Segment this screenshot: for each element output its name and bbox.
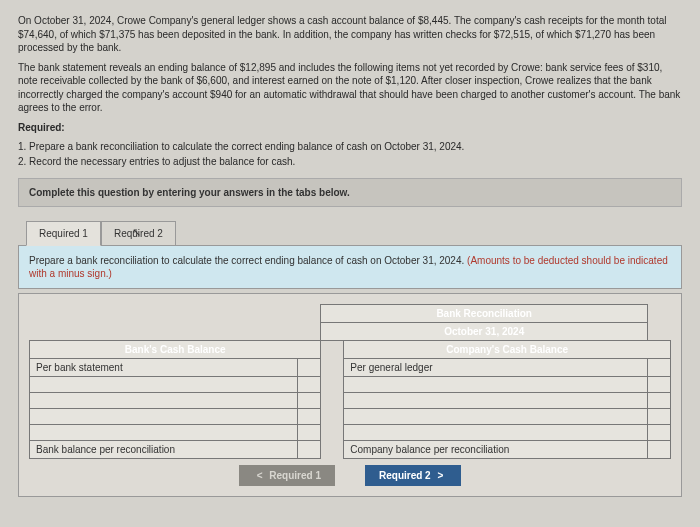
bank-adj-label-3[interactable] bbox=[30, 409, 298, 425]
problem-paragraph-1: On October 31, 2024, Crowe Company's gen… bbox=[18, 14, 682, 55]
spacer bbox=[321, 409, 344, 425]
spacer bbox=[321, 425, 344, 441]
problem-statement: On October 31, 2024, Crowe Company's gen… bbox=[18, 14, 682, 168]
required-item-1: 1. Prepare a bank reconciliation to calc… bbox=[18, 140, 682, 154]
company-adj-value-1[interactable] bbox=[648, 377, 671, 393]
company-adj-label-3[interactable] bbox=[344, 409, 648, 425]
reconciliation-table: Bank Reconciliation October 31, 2024 Ban… bbox=[29, 304, 671, 459]
tab-required-1[interactable]: Required 1 bbox=[26, 221, 101, 246]
required-list: 1. Prepare a bank reconciliation to calc… bbox=[18, 140, 682, 168]
bank-balance-label: Bank balance per reconciliation bbox=[30, 441, 298, 459]
company-adj-label-4[interactable] bbox=[344, 425, 648, 441]
per-bank-label: Per bank statement bbox=[30, 359, 298, 377]
tab-required-2[interactable]: Required 2 ↖ bbox=[101, 221, 176, 246]
company-adj-value-3[interactable] bbox=[648, 409, 671, 425]
recon-title: Bank Reconciliation bbox=[321, 305, 648, 323]
required-item-2: 2. Record the necessary entries to adjus… bbox=[18, 155, 682, 169]
bank-adj-value-3[interactable] bbox=[298, 409, 321, 425]
spacer bbox=[30, 305, 298, 323]
page-container: On October 31, 2024, Crowe Company's gen… bbox=[0, 0, 700, 527]
table-row bbox=[30, 377, 671, 393]
bank-balance-value[interactable] bbox=[298, 441, 321, 459]
complete-instruction-bar: Complete this question by entering your … bbox=[18, 178, 682, 207]
bank-adj-value-2[interactable] bbox=[298, 393, 321, 409]
table-row bbox=[30, 409, 671, 425]
bank-adj-label-4[interactable] bbox=[30, 425, 298, 441]
table-row: Bank balance per reconciliation Company … bbox=[30, 441, 671, 459]
company-adj-label-1[interactable] bbox=[344, 377, 648, 393]
instruction-main: Prepare a bank reconciliation to calcula… bbox=[29, 255, 467, 266]
tab-label-2: Required 2 bbox=[114, 228, 163, 239]
per-ledger-label: Per general ledger bbox=[344, 359, 648, 377]
bank-adj-value-1[interactable] bbox=[298, 377, 321, 393]
company-balance-label: Company balance per reconciliation bbox=[344, 441, 648, 459]
bank-header: Bank's Cash Balance bbox=[30, 341, 321, 359]
spacer bbox=[321, 393, 344, 409]
spacer bbox=[298, 305, 321, 323]
nav-button-row: < Required 1 Required 2 > bbox=[29, 465, 671, 486]
next-button[interactable]: Required 2 > bbox=[365, 465, 461, 486]
spacer bbox=[321, 359, 344, 377]
company-adj-label-2[interactable] bbox=[344, 393, 648, 409]
spacer bbox=[321, 341, 344, 359]
table-row: Per bank statement Per general ledger bbox=[30, 359, 671, 377]
company-adj-value-2[interactable] bbox=[648, 393, 671, 409]
bank-adj-value-4[interactable] bbox=[298, 425, 321, 441]
company-header: Company's Cash Balance bbox=[344, 341, 671, 359]
spacer bbox=[648, 323, 671, 341]
bank-adj-label-1[interactable] bbox=[30, 377, 298, 393]
prev-label: Required 1 bbox=[269, 470, 321, 481]
prev-button[interactable]: < Required 1 bbox=[239, 465, 335, 486]
table-row bbox=[30, 393, 671, 409]
company-adj-value-4[interactable] bbox=[648, 425, 671, 441]
spacer bbox=[648, 305, 671, 323]
spacer bbox=[321, 377, 344, 393]
spacer bbox=[30, 323, 298, 341]
tab-strip: Required 1 Required 2 ↖ bbox=[26, 221, 682, 246]
recon-date: October 31, 2024 bbox=[321, 323, 648, 341]
problem-paragraph-2: The bank statement reveals an ending bal… bbox=[18, 61, 682, 115]
per-bank-input[interactable] bbox=[298, 359, 321, 377]
next-label: Required 2 bbox=[379, 470, 431, 481]
chevron-left-icon: < bbox=[257, 470, 263, 481]
bank-adj-label-2[interactable] bbox=[30, 393, 298, 409]
table-row bbox=[30, 425, 671, 441]
tab-label-1: Required 1 bbox=[39, 228, 88, 239]
spacer bbox=[298, 323, 321, 341]
reconciliation-worksheet: Bank Reconciliation October 31, 2024 Ban… bbox=[18, 293, 682, 497]
per-ledger-input[interactable] bbox=[648, 359, 671, 377]
company-balance-value[interactable] bbox=[648, 441, 671, 459]
spacer bbox=[321, 441, 344, 459]
required-heading: Required: bbox=[18, 121, 682, 135]
chevron-right-icon: > bbox=[437, 470, 443, 481]
tab-instruction: Prepare a bank reconciliation to calcula… bbox=[18, 245, 682, 289]
